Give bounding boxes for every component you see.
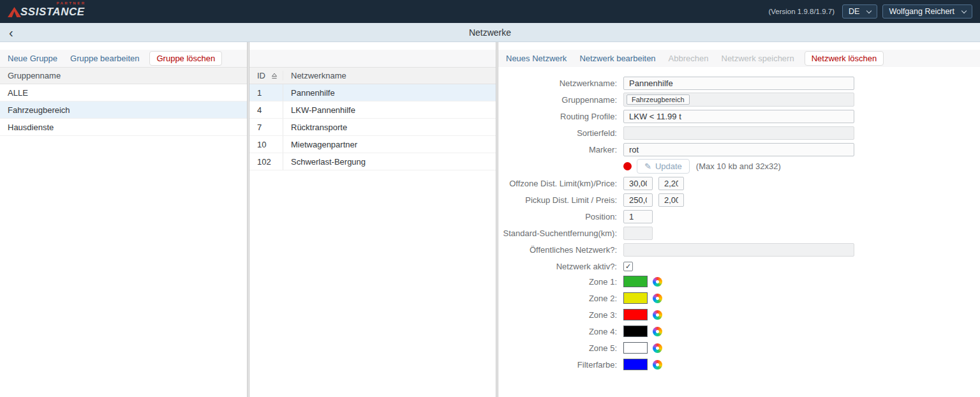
network-detail-panel: Neues Netzwerk Netzwerk bearbeiten Abbre… — [498, 42, 980, 397]
netzwerk-aktiv-checkbox[interactable]: ✓ — [623, 262, 633, 271]
top-bar: SSISTANCE PARTNER (Version 1.9.8/1.9.7) … — [0, 0, 980, 23]
network-row[interactable]: 7 Rücktransporte — [249, 119, 496, 136]
new-network-button[interactable]: Neues Netzwerk — [500, 51, 573, 66]
zone-4-label: Zone 4: — [498, 327, 623, 336]
zone-2-label: Zone 2: — [498, 294, 623, 303]
suchentfernung-label: Standard-Suchentfernung(km): — [498, 228, 623, 238]
marker-label: Marker: — [498, 145, 623, 154]
routing-profile-input[interactable] — [623, 110, 854, 123]
network-name: Pannenhilfe — [283, 84, 496, 101]
version-label: (Version 1.9.8/1.9.7) — [768, 8, 835, 15]
network-id: 7 — [249, 119, 283, 135]
sort-ascending-icon — [271, 73, 278, 79]
marker-input[interactable] — [623, 143, 854, 156]
suchentfernung-input — [623, 227, 653, 240]
marker-preview-icon — [623, 162, 632, 170]
network-row-selected[interactable]: 1 Pannenhilfe — [249, 84, 496, 101]
filterfarbe-color-swatch[interactable] — [623, 359, 648, 370]
networks-table-header: ID Netzwerkname — [249, 67, 496, 84]
offzone-label: Offzone Dist. Limit(km)/Price: — [498, 179, 623, 188]
gruppenname-label: Gruppenname: — [498, 95, 623, 105]
network-id: 102 — [249, 153, 283, 170]
network-id: 10 — [249, 136, 283, 153]
groups-column-header[interactable]: Gruppenname — [0, 67, 247, 84]
position-input[interactable] — [623, 210, 653, 223]
marker-update-button[interactable]: ✎ Update — [637, 159, 690, 174]
position-label: Position: — [498, 212, 623, 221]
network-row[interactable]: 4 LKW-Pannenhilfe — [249, 101, 496, 119]
routing-profile-label: Routing Profile: — [498, 112, 623, 121]
page-title: Netzwerke — [0, 27, 980, 38]
logo-subtext: PARTNER — [56, 1, 85, 5]
language-select[interactable]: DE — [842, 4, 877, 19]
zone-1-color-swatch[interactable] — [623, 276, 648, 287]
network-id: 1 — [249, 84, 283, 101]
user-menu[interactable]: Wolfgang Reichert — [882, 4, 972, 19]
networks-toolbar — [249, 50, 496, 67]
groups-toolbar: Neue Gruppe Gruppe bearbeiten Gruppe lös… — [0, 50, 247, 67]
netzwerk-aktiv-label: Netzwerk aktiv?: — [498, 262, 623, 271]
zone-4-color-picker-icon[interactable] — [653, 327, 662, 336]
network-name: Mietwagenpartner — [283, 136, 496, 153]
zone-3-color-picker-icon[interactable] — [653, 310, 662, 320]
netzwerkname-input[interactable] — [623, 77, 854, 90]
offzone-price-input[interactable] — [658, 177, 684, 190]
network-row[interactable]: 102 Schwerlast-Bergung — [249, 153, 496, 170]
column-id-label: ID — [257, 71, 265, 80]
zone-4-color-swatch[interactable] — [623, 326, 648, 337]
edit-network-button[interactable]: Netzwerk bearbeiten — [573, 51, 662, 66]
language-value: DE — [849, 7, 859, 16]
main-content: Neue Gruppe Gruppe bearbeiten Gruppe lös… — [0, 42, 980, 397]
zone-5-label: Zone 5: — [498, 343, 623, 353]
zone-1-label: Zone 1: — [498, 277, 623, 287]
network-id: 4 — [249, 101, 283, 118]
zone-5-color-picker-icon[interactable] — [653, 343, 662, 353]
network-name: LKW-Pannenhilfe — [283, 101, 496, 118]
gruppenname-field: Fahrzeugbereich — [623, 93, 854, 107]
page-header: ‹ Netzwerke — [0, 23, 980, 42]
network-form: Netzwerkname: Gruppenname: Fahrzeugberei… — [498, 67, 980, 375]
update-button-label: Update — [655, 161, 682, 171]
delete-network-button[interactable]: Netzwerk löschen — [805, 51, 884, 66]
column-header-id[interactable]: ID — [249, 71, 283, 80]
networks-panel: ID Netzwerkname 1 Pannenhilfe 4 LKW-Pann… — [249, 42, 496, 397]
filterfarbe-color-picker-icon[interactable] — [653, 360, 662, 370]
oeffentliches-netzwerk-label: Öffentliches Netzwerk?: — [498, 245, 623, 255]
marker-size-hint: (Max 10 kb and 32x32) — [696, 161, 781, 171]
cancel-button: Abbrechen — [662, 51, 715, 66]
edit-group-button[interactable]: Gruppe bearbeiten — [64, 51, 145, 66]
network-name: Rücktransporte — [283, 119, 496, 135]
zone-2-color-picker-icon[interactable] — [653, 294, 662, 303]
chevron-down-icon — [961, 8, 967, 13]
zone-3-color-swatch[interactable] — [623, 309, 648, 320]
back-button[interactable]: ‹ — [9, 26, 13, 39]
pencil-icon: ✎ — [644, 161, 651, 171]
logo-triangle-icon — [8, 7, 21, 17]
detail-toolbar: Neues Netzwerk Netzwerk bearbeiten Abbre… — [498, 50, 980, 67]
chevron-down-icon — [866, 8, 872, 13]
gruppenname-token: Fahrzeugbereich — [627, 94, 690, 105]
pickup-price-input[interactable] — [658, 193, 684, 207]
offzone-limit-input[interactable] — [623, 177, 653, 190]
group-row[interactable]: ALLE — [0, 84, 247, 101]
app-logo: SSISTANCE PARTNER — [8, 4, 85, 20]
groups-panel: Neue Gruppe Gruppe bearbeiten Gruppe lös… — [0, 42, 247, 397]
group-row-selected[interactable]: Fahrzeugbereich — [0, 101, 247, 119]
column-header-name[interactable]: Netzwerkname — [283, 71, 496, 80]
pickup-limit-input[interactable] — [623, 193, 653, 207]
pickup-label: Pickup Dist. Limit / Preis: — [498, 195, 623, 205]
logo-text: SSISTANCE — [20, 6, 85, 19]
user-name: Wolfgang Reichert — [889, 7, 954, 16]
oeffentliches-netzwerk-input — [623, 243, 854, 257]
zone-1-color-picker-icon[interactable] — [653, 277, 662, 287]
group-row[interactable]: Hausdienste — [0, 119, 247, 136]
zone-2-color-swatch[interactable] — [623, 292, 648, 304]
save-network-button: Netzwerk speichern — [715, 51, 801, 66]
zone-3-label: Zone 3: — [498, 310, 623, 320]
netzwerkname-label: Netzwerkname: — [498, 79, 623, 88]
network-row[interactable]: 10 Mietwagenpartner — [249, 136, 496, 153]
delete-group-button[interactable]: Gruppe löschen — [149, 51, 222, 66]
new-group-button[interactable]: Neue Gruppe — [1, 51, 64, 66]
zone-5-color-swatch[interactable] — [623, 342, 648, 354]
filterfarbe-label: Filterfarbe: — [498, 360, 623, 370]
